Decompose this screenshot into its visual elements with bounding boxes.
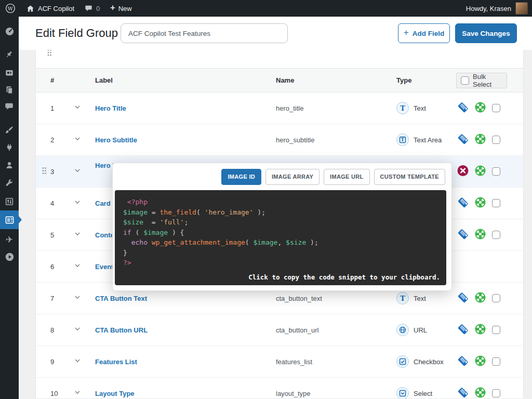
tab-image-id[interactable]: IMAGE ID [221, 169, 261, 185]
row-checkbox[interactable] [492, 389, 500, 397]
copilot-snippet-icon[interactable] [457, 291, 470, 305]
tab-image-url[interactable]: IMAGE URL [324, 169, 369, 185]
save-changes-button[interactable]: Save Changes [455, 23, 517, 43]
field-type-label: Select [414, 390, 432, 397]
field-type: TText [396, 292, 426, 304]
chevron-down-icon[interactable] [73, 357, 82, 367]
avatar[interactable] [515, 2, 528, 15]
copilot-snippet-icon[interactable] [457, 101, 470, 115]
drag-handle-icon[interactable] [41, 167, 47, 177]
sidebar-item-comments[interactable] [0, 98, 19, 115]
page-title: Edit Field Group [35, 17, 118, 50]
field-type-label: Checkbox [414, 358, 444, 366]
code-line: $size = 'full'; [123, 217, 440, 228]
dashboard-icon [5, 26, 15, 36]
row-number: 3 [50, 168, 54, 176]
chevron-down-icon[interactable] [73, 135, 82, 145]
copilot-generate-icon[interactable] [474, 291, 486, 305]
row-checkbox[interactable] [492, 199, 500, 207]
close-snippet-icon[interactable] [457, 165, 469, 179]
copilot-snippet-icon[interactable] [457, 196, 470, 210]
field-groups-icon [5, 215, 15, 225]
chevron-down-icon[interactable] [73, 167, 82, 177]
copilot-snippet-icon[interactable] [457, 354, 470, 369]
comments-link[interactable]: 0 [79, 0, 105, 17]
copilot-generate-icon[interactable] [474, 387, 486, 399]
sidebar-item-posts[interactable] [0, 46, 19, 63]
field-label-link[interactable]: Features List [95, 358, 137, 366]
copilot-generate-icon[interactable] [474, 323, 486, 337]
chevron-down-icon[interactable] [73, 230, 82, 240]
sidebar-item-videos[interactable] [0, 248, 19, 265]
copilot-generate-icon[interactable] [474, 228, 486, 242]
howdy-greeting[interactable]: Howdy, Krasen [466, 5, 511, 12]
wordpress-logo-icon: W [5, 3, 16, 14]
sidebar-item-media[interactable] [0, 64, 19, 82]
plugins-icon [5, 143, 14, 152]
code-line: } [123, 248, 440, 258]
comments-icon [5, 102, 14, 111]
field-label-link[interactable]: Event [95, 263, 113, 271]
tab-custom-template[interactable]: CUSTOM TEMPLATE [374, 169, 445, 185]
row-checkbox[interactable] [492, 167, 500, 176]
row-number: 5 [50, 231, 54, 239]
sidebar-item-dashboard[interactable] [0, 22, 19, 40]
sidebar-item-field-groups[interactable] [0, 210, 19, 229]
sidebar-item-plugins[interactable] [0, 139, 19, 156]
copilot-generate-icon[interactable] [474, 101, 486, 115]
field-label-link[interactable]: CTA Button Text [95, 295, 147, 302]
page-header: Edit Field Group + Add Field Save Change… [19, 17, 532, 50]
copilot-generate-icon[interactable] [474, 196, 486, 210]
new-content-button[interactable]: + New [105, 0, 137, 17]
code-line: <?php [123, 197, 440, 207]
row-checkbox[interactable] [492, 104, 500, 112]
chevron-down-icon[interactable] [73, 262, 82, 272]
copilot-snippet-icon[interactable] [457, 228, 470, 242]
field-label-link[interactable]: Hero Subtitle [95, 136, 137, 144]
row-checkbox[interactable] [492, 326, 500, 334]
code-line: $image = the_field( 'hero_image' ); [123, 207, 440, 218]
sidebar-item-appearance[interactable] [0, 121, 19, 139]
copilot-snippet-icon[interactable] [457, 386, 470, 399]
field-label-link[interactable]: Layout Type [95, 390, 135, 397]
chevron-down-icon[interactable] [73, 325, 82, 335]
sidebar-item-tools[interactable] [0, 174, 19, 192]
tab-image-array[interactable]: IMAGE ARRAY [265, 169, 320, 185]
chevron-down-icon[interactable] [73, 294, 82, 303]
url-type-icon [396, 324, 409, 336]
field-label-link[interactable]: Hero Title [95, 104, 126, 112]
bulk-select-checkbox[interactable] [461, 76, 469, 85]
sidebar-item-users[interactable] [0, 156, 19, 174]
column-number: # [50, 69, 54, 92]
copilot-generate-icon[interactable] [474, 165, 486, 178]
add-field-button[interactable]: + Add Field [398, 23, 450, 43]
copilot-generate-icon[interactable] [474, 355, 486, 368]
sidebar-item-pages[interactable] [0, 81, 19, 99]
sidebar-item-settings[interactable] [0, 193, 19, 210]
row-number: 9 [50, 358, 54, 366]
users-icon [5, 161, 14, 170]
chevron-down-icon[interactable] [73, 103, 82, 113]
field-label-link[interactable]: CTA Button URL [95, 326, 148, 334]
bulk-select-button[interactable]: Bulk Select [456, 73, 507, 88]
row-checkbox[interactable] [492, 231, 500, 239]
field-row-9: 9Features Listfeatures_listCheckbox [36, 346, 523, 378]
admin-bar: W ACF Copilot 0 + New Howdy, Krasen [0, 0, 532, 17]
wordpress-menu[interactable]: W [0, 0, 21, 17]
drag-handle-icon[interactable] [46, 50, 52, 58]
code-snippet-block[interactable]: <?php$image = the_field( 'hero_image' );… [115, 190, 446, 285]
site-link[interactable]: ACF Copilot [21, 0, 79, 17]
field-type: TText Area [396, 134, 442, 146]
chevron-down-icon[interactable] [73, 389, 82, 398]
copilot-snippet-icon[interactable] [457, 323, 470, 337]
row-checkbox[interactable] [492, 294, 500, 302]
copilot-generate-icon[interactable] [474, 133, 486, 147]
copilot-snippet-icon[interactable] [457, 132, 470, 147]
field-group-title-input[interactable] [121, 23, 288, 43]
chevron-down-icon[interactable] [73, 198, 82, 208]
row-number: 7 [50, 295, 54, 302]
row-checkbox[interactable] [492, 136, 500, 144]
sidebar-item-acf-copilot[interactable]: ✈ [0, 231, 19, 248]
text-type-icon: T [396, 102, 409, 114]
row-checkbox[interactable] [492, 357, 500, 366]
